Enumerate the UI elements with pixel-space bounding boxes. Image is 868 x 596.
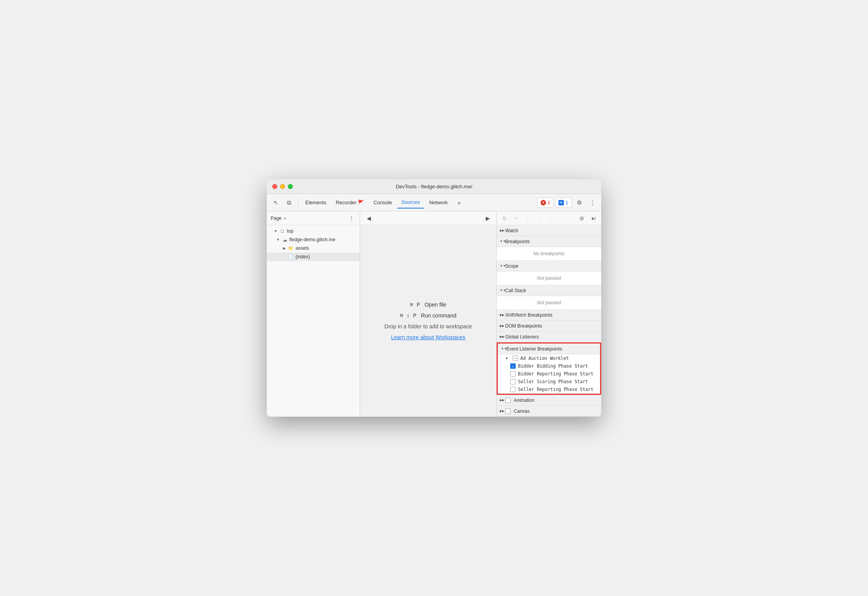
- sidebar-menu-icon: ⋮: [349, 215, 354, 221]
- bidder-reporting-checkbox[interactable]: [510, 371, 516, 377]
- animation-label: Animation: [514, 398, 534, 403]
- tree-item-top[interactable]: ▼ □ top: [267, 227, 360, 235]
- pause-exceptions-button[interactable]: ⏯: [588, 213, 599, 224]
- callstack-arrow: ▼: [500, 289, 504, 292]
- watch-arrow: ▶: [500, 229, 504, 232]
- sidebar-more-icon[interactable]: »: [284, 216, 286, 221]
- tree-item-fledge[interactable]: ▼ ☁ fledge-demo.glitch.me: [267, 235, 360, 244]
- device-icon: ⧉: [287, 199, 291, 206]
- tab-sources[interactable]: Sources: [397, 197, 424, 209]
- scope-content: Not paused: [497, 272, 601, 285]
- breakpoints-empty: No breakpoints: [497, 247, 601, 260]
- animation-checkbox[interactable]: [505, 398, 511, 403]
- message-count: 1: [565, 200, 568, 205]
- debugger-sections: ▶ Watch ▼ Breakpoints No breakpoints ▼ S…: [497, 225, 601, 417]
- workspace-learn-link[interactable]: Learn more about Workspaces: [391, 334, 465, 340]
- step-icon: →: [549, 216, 553, 221]
- xhr-section-header[interactable]: ▶ XHR/fetch Breakpoints: [497, 310, 601, 321]
- seller-scoring-label: Seller Scoring Phase Start: [518, 379, 588, 384]
- global-section-header[interactable]: ▶ Global Listeners: [497, 331, 601, 342]
- device-toggle-button[interactable]: ⧉: [283, 197, 295, 209]
- devtools-window: DevTools - fledge-demo.glitch.me/ ↖ ⧉ El…: [267, 179, 601, 417]
- bidder-reporting-item[interactable]: Bidder Reporting Phase Start: [498, 370, 600, 378]
- cursor-tool-button[interactable]: ↖: [270, 197, 282, 209]
- ad-auction-header[interactable]: ▼ Ad Auction Worklet: [498, 354, 600, 362]
- animation-section-header[interactable]: ▶ Animation: [497, 395, 601, 406]
- pause-button[interactable]: ⏸: [499, 213, 510, 224]
- event-listener-arrow: ▼: [501, 347, 505, 351]
- file-tree: ▼ □ top ▼ ☁ fledge-demo.glitch.me ▶ 📁 as…: [267, 225, 360, 417]
- breakpoints-content: No breakpoints: [497, 247, 601, 261]
- debugger-toolbar: ⏸ ↩ ↓ ↑ → ⊘ ⏯: [497, 211, 601, 225]
- collapse-left-button[interactable]: ◀: [363, 213, 374, 224]
- canvas-section-header[interactable]: ▶ Canvas: [497, 406, 601, 417]
- xhr-arrow: ▶: [500, 313, 504, 317]
- step-into-button[interactable]: ↓: [522, 213, 533, 224]
- center-content: ⌘ P Open file ⌘ ⇧ P Run command Drop in …: [360, 225, 496, 417]
- tab-elements[interactable]: Elements: [301, 197, 330, 209]
- ad-auction-label: Ad Auction Worklet: [520, 356, 569, 361]
- more-tabs-button[interactable]: »: [453, 197, 465, 209]
- sidebar-header: Page » ⋮: [267, 211, 360, 225]
- tree-item-index[interactable]: ▶ 📄 (index): [267, 252, 360, 261]
- bidder-reporting-label: Bidder Reporting Phase Start: [518, 371, 593, 377]
- seller-scoring-item[interactable]: Seller Scoring Phase Start: [498, 378, 600, 386]
- pause-exceptions-icon: ⏯: [591, 215, 596, 221]
- maximize-button[interactable]: [288, 184, 293, 189]
- folder-icon-top: □: [279, 228, 285, 234]
- step-into-icon: ↓: [527, 216, 529, 221]
- ad-auction-checkbox[interactable]: [513, 356, 518, 361]
- step-button[interactable]: →: [546, 213, 556, 224]
- expand-right-button[interactable]: ▶: [482, 213, 493, 224]
- dom-section-header[interactable]: ▶ DOM Breakpoints: [497, 321, 601, 331]
- animation-arrow: ▶: [500, 398, 504, 402]
- deactivate-icon: ⊘: [579, 215, 584, 221]
- step-over-button[interactable]: ↩: [511, 213, 522, 224]
- watch-section-header[interactable]: ▶ Watch: [497, 225, 601, 236]
- step-out-button[interactable]: ↑: [534, 213, 545, 224]
- cloud-icon: ☁: [282, 237, 288, 243]
- bidder-bidding-checkbox[interactable]: [510, 363, 516, 369]
- deactivate-breakpoints-button[interactable]: ⊘: [576, 213, 587, 224]
- minimize-button[interactable]: [280, 184, 285, 189]
- scope-empty: Not paused: [497, 272, 601, 285]
- close-button[interactable]: [272, 184, 277, 189]
- collapse-left-icon: ◀: [367, 215, 371, 221]
- bidder-bidding-item[interactable]: Bidder Bidding Phase Start: [498, 362, 600, 370]
- dom-arrow: ▶: [500, 324, 504, 328]
- tab-recorder[interactable]: Recorder 🚩: [332, 197, 368, 209]
- seller-scoring-checkbox[interactable]: [510, 379, 516, 384]
- sidebar-menu-button[interactable]: ⋮: [347, 214, 356, 223]
- tab-console[interactable]: Console: [369, 197, 396, 209]
- settings-button[interactable]: ⚙: [573, 197, 585, 209]
- event-listener-section-header[interactable]: ▼ Event Listener Breakpoints: [498, 344, 600, 354]
- seller-reporting-label: Seller Reporting Phase Start: [518, 387, 593, 392]
- error-icon: ✕: [541, 200, 546, 205]
- file-icon-index: 📄: [288, 254, 294, 260]
- tree-label-top: top: [287, 228, 294, 234]
- message-badge-button[interactable]: ✉ 1: [555, 198, 572, 208]
- window-title: DevTools - fledge-demo.glitch.me/: [396, 184, 472, 189]
- canvas-checkbox[interactable]: [505, 408, 511, 414]
- breakpoints-section-header[interactable]: ▼ Breakpoints: [497, 236, 601, 247]
- seller-reporting-checkbox[interactable]: [510, 387, 516, 392]
- scope-section-header[interactable]: ▼ Scope: [497, 261, 601, 272]
- expand-right-icon: ▶: [486, 215, 490, 221]
- tree-item-assets[interactable]: ▶ 📁 assets: [267, 244, 360, 252]
- step-out-icon: ↑: [538, 216, 541, 221]
- tree-label-fledge: fledge-demo.glitch.me: [289, 237, 335, 242]
- tree-arrow-assets: ▶: [282, 245, 287, 251]
- more-options-button[interactable]: ⋮: [586, 197, 598, 209]
- shortcut-open-file: ⌘ P Open file: [410, 302, 446, 308]
- error-badge-button[interactable]: ✕ 1: [537, 198, 554, 208]
- callstack-empty: Not paused: [497, 296, 601, 309]
- tab-network[interactable]: Network: [425, 197, 452, 209]
- callstack-content: Not paused: [497, 296, 601, 310]
- center-toolbar: ◀ ▶: [360, 211, 496, 225]
- event-listener-label: Event Listener Breakpoints: [506, 346, 562, 352]
- seller-reporting-item[interactable]: Seller Reporting Phase Start: [498, 386, 600, 393]
- callstack-section-header[interactable]: ▼ Call Stack: [497, 285, 601, 296]
- bidder-bidding-label: Bidder Bidding Phase Start: [518, 363, 588, 369]
- recorder-tab-label: Recorder 🚩: [336, 200, 364, 205]
- breakpoints-arrow: ▼: [500, 240, 504, 243]
